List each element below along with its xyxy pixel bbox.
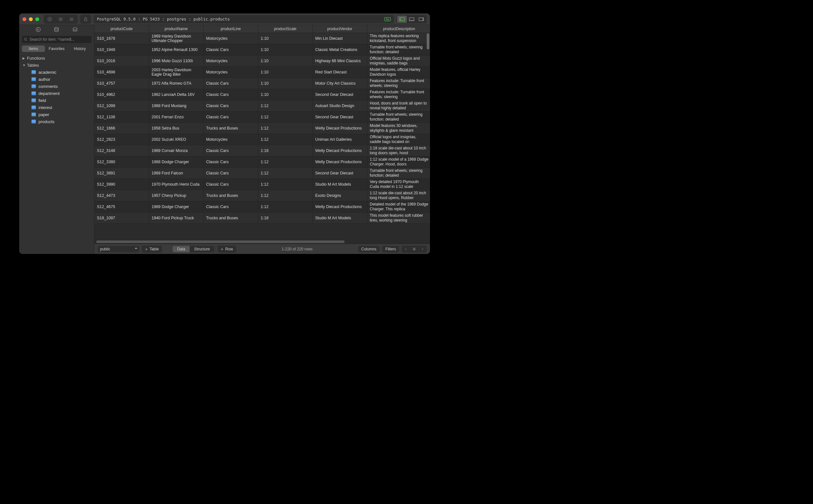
table-row[interactable]: S12_33801968 Dodge ChargerClassic Cars1:… bbox=[94, 156, 430, 168]
sidebar-table-author[interactable]: author bbox=[19, 76, 94, 83]
cell-scale[interactable]: 1:10 bbox=[258, 67, 312, 78]
cell-line[interactable]: Classic Cars bbox=[203, 78, 258, 89]
cell-name[interactable]: 1968 Ford Mustang bbox=[149, 100, 203, 112]
cell-vendor[interactable]: Welly Diecast Productions bbox=[312, 123, 367, 134]
cell-scale[interactable]: 1:10 bbox=[258, 55, 312, 67]
table-row[interactable]: S10_20161996 Moto Guzzi 1100iMotorcycles… bbox=[94, 55, 430, 67]
lock-icon[interactable] bbox=[81, 15, 90, 23]
cell-line[interactable]: Classic Cars bbox=[203, 112, 258, 123]
cell-line[interactable]: Classic Cars bbox=[203, 89, 258, 100]
cell-name[interactable]: 1962 LanciaA Delta 16V bbox=[149, 89, 203, 100]
cell-name[interactable]: 1969 Harley Davidson Ultimate Chopper bbox=[149, 33, 203, 44]
column-header[interactable]: productVendor bbox=[312, 25, 367, 33]
cell-name[interactable]: 1970 Plymouth Hemi Cuda bbox=[149, 179, 203, 190]
cell-desc[interactable]: Very detailed 1970 Plymouth Cuda model i… bbox=[367, 179, 430, 190]
bolt-icon[interactable] bbox=[35, 27, 41, 33]
close-window-button[interactable] bbox=[22, 17, 26, 21]
cell-name[interactable]: 1972 Alfa Romeo GTA bbox=[149, 78, 203, 89]
cell-desc[interactable]: Features include: Turnable front wheels;… bbox=[367, 89, 430, 100]
horizontal-scrollbar-track[interactable] bbox=[94, 240, 430, 244]
cell-code[interactable]: S12_3891 bbox=[94, 168, 149, 179]
table-row[interactable]: S10_46982003 Harley-Davidson Eagle Drag … bbox=[94, 67, 430, 78]
table-row[interactable]: S12_16661958 Setra BusTrucks and Buses1:… bbox=[94, 123, 430, 134]
cell-code[interactable]: S12_1666 bbox=[94, 123, 149, 134]
layout-right-icon[interactable] bbox=[417, 16, 426, 23]
prev-page-icon[interactable] bbox=[402, 246, 410, 253]
cell-vendor[interactable]: Second Gear Diecast bbox=[312, 89, 367, 100]
cell-desc[interactable]: This replica features working kickstand,… bbox=[367, 33, 430, 44]
cell-line[interactable]: Classic Cars bbox=[203, 179, 258, 190]
cell-desc[interactable]: 1:18 scale die-cast about 10 inch long d… bbox=[367, 145, 430, 156]
horizontal-scrollbar-thumb[interactable] bbox=[96, 240, 344, 243]
tree-section-tables[interactable]: ▼ Tables bbox=[19, 62, 94, 69]
cell-code[interactable]: S12_1108 bbox=[94, 112, 149, 123]
tree-section-functions[interactable]: ▶ Functions bbox=[19, 55, 94, 62]
cell-vendor[interactable]: Red Start Diecast bbox=[312, 67, 367, 78]
cell-desc[interactable]: Official logos and insignias, saddle bag… bbox=[367, 134, 430, 145]
cell-code[interactable]: S12_3380 bbox=[94, 156, 149, 168]
eye-icon[interactable] bbox=[55, 15, 66, 23]
cell-line[interactable]: Classic Cars bbox=[203, 168, 258, 179]
cell-vendor[interactable]: Welly Diecast Productions bbox=[312, 201, 367, 213]
table-row[interactable]: S10_49621962 LanciaA Delta 16VClassic Ca… bbox=[94, 89, 430, 100]
cell-vendor[interactable]: Welly Diecast Productions bbox=[312, 145, 367, 156]
cell-scale[interactable]: 1:12 bbox=[258, 190, 312, 201]
cell-code[interactable]: S12_1099 bbox=[94, 100, 149, 112]
cell-code[interactable]: S12_3148 bbox=[94, 145, 149, 156]
cell-desc[interactable]: Hood, doors and trunk all open to reveal… bbox=[367, 100, 430, 112]
cell-name[interactable]: 1957 Chevy Pickup bbox=[149, 190, 203, 201]
table-row[interactable]: S12_31481969 Corvair MonzaClassic Cars1:… bbox=[94, 145, 430, 156]
cell-scale[interactable]: 1:10 bbox=[258, 33, 312, 44]
cell-code[interactable]: S12_4473 bbox=[94, 190, 149, 201]
cell-line[interactable]: Classic Cars bbox=[203, 100, 258, 112]
cell-code[interactable]: S10_4757 bbox=[94, 78, 149, 89]
cell-name[interactable]: 1958 Setra Bus bbox=[149, 123, 203, 134]
cell-scale[interactable]: 1:12 bbox=[258, 168, 312, 179]
cell-line[interactable]: Classic Cars bbox=[203, 201, 258, 213]
cell-desc[interactable]: Turnable front wheels; steering function… bbox=[367, 112, 430, 123]
cell-scale[interactable]: 1:12 bbox=[258, 134, 312, 145]
sidebar-table-department[interactable]: department bbox=[19, 90, 94, 97]
column-header[interactable]: productName bbox=[149, 25, 203, 33]
cell-vendor[interactable]: Second Gear Diecast bbox=[312, 168, 367, 179]
table-row[interactable]: S12_46751969 Dodge ChargerClassic Cars1:… bbox=[94, 201, 430, 213]
sidebar-tab-favorites[interactable]: Favorites bbox=[45, 46, 68, 52]
cell-name[interactable]: 1969 Ford Falcon bbox=[149, 168, 203, 179]
cell-vendor[interactable]: Highway 66 Mini Classics bbox=[312, 55, 367, 67]
cell-code[interactable]: S10_1949 bbox=[94, 44, 149, 55]
layout-full-icon[interactable] bbox=[407, 16, 417, 23]
cell-desc[interactable]: Features include: Turnable front wheels;… bbox=[367, 78, 430, 89]
table-row[interactable]: S10_16781969 Harley Davidson Ultimate Ch… bbox=[94, 33, 430, 44]
segment-structure[interactable]: Structure bbox=[190, 246, 214, 252]
cell-line[interactable]: Motorcycles bbox=[203, 67, 258, 78]
sidebar-table-paper[interactable]: paper bbox=[19, 111, 94, 118]
cell-line[interactable]: Classic Cars bbox=[203, 44, 258, 55]
cell-desc[interactable]: Model features 30 windows, skylights & g… bbox=[367, 123, 430, 134]
cell-name[interactable]: 2003 Harley-Davidson Eagle Drag Bike bbox=[149, 67, 203, 78]
sidebar-table-academic[interactable]: academic bbox=[19, 69, 94, 76]
cell-vendor[interactable]: Second Gear Diecast bbox=[312, 112, 367, 123]
cell-desc[interactable]: 1:12 scale die-cast about 20 inch long H… bbox=[367, 190, 430, 201]
cell-code[interactable]: S10_2016 bbox=[94, 55, 149, 67]
cell-name[interactable]: 1969 Dodge Charger bbox=[149, 201, 203, 213]
cell-line[interactable]: Trucks and Buses bbox=[203, 213, 258, 224]
table-row[interactable]: S12_44731957 Chevy PickupTrucks and Buse… bbox=[94, 190, 430, 201]
cell-vendor[interactable]: Classic Metal Creations bbox=[312, 44, 367, 55]
cell-desc[interactable]: 1:12 scale model of a 1968 Dodge Charger… bbox=[367, 156, 430, 168]
cell-scale[interactable]: 1:12 bbox=[258, 201, 312, 213]
cell-line[interactable]: Motorcycles bbox=[203, 134, 258, 145]
zoom-window-button[interactable] bbox=[35, 17, 39, 21]
filters-button[interactable]: Filters bbox=[382, 246, 399, 252]
table-row[interactable]: S10_47571972 Alfa Romeo GTAClassic Cars1… bbox=[94, 78, 430, 89]
sidebar-search-input[interactable] bbox=[22, 36, 91, 43]
cell-line[interactable]: Classic Cars bbox=[203, 145, 258, 156]
cell-vendor[interactable]: Welly Diecast Productions bbox=[312, 156, 367, 168]
cell-scale[interactable]: 1:12 bbox=[258, 100, 312, 112]
sidebar-table-interest[interactable]: interest bbox=[19, 104, 94, 111]
table-row[interactable]: S12_28232002 Suzuki XREOMotorcycles1:12U… bbox=[94, 134, 430, 145]
cell-desc[interactable]: Model features, official Harley Davidson… bbox=[367, 67, 430, 78]
cell-scale[interactable]: 1:10 bbox=[258, 89, 312, 100]
connection-path-field[interactable]: PostgreSQL 9.5.0 : PG 5433 : postgres : … bbox=[94, 15, 394, 23]
sidebar-table-products[interactable]: products bbox=[19, 118, 94, 125]
cell-scale[interactable]: 1:10 bbox=[258, 78, 312, 89]
